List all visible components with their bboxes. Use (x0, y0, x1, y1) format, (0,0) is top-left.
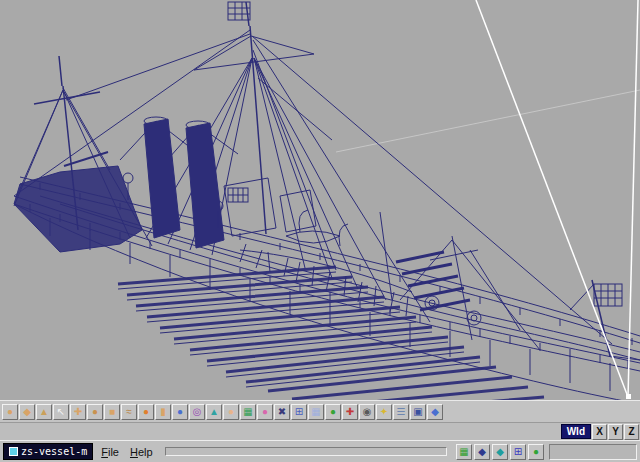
layers-icon: ☰ (397, 407, 406, 417)
clay-tool-icon: ● (7, 407, 13, 417)
orange-sphere-icon: ● (143, 407, 149, 417)
pointer-icon: ↖ (57, 407, 65, 417)
green-table-icon: ▦ (243, 407, 252, 417)
tray-sphere-button[interactable]: ● (528, 444, 544, 460)
stamp-tool-icon: ■ (109, 407, 115, 417)
navy-panel-button[interactable]: ▣ (410, 404, 426, 420)
tray-mesh-icon: ⊞ (514, 447, 522, 457)
sculpt-tool-button[interactable]: ▲ (36, 404, 52, 420)
toolbar-icon-strip: ●◆▲↖✚●■≈●▮●◎▲●▦●✖⊞▦●✚◉✦☰▣◆ (2, 404, 443, 420)
teal-cone-icon: ▲ (209, 407, 219, 417)
info-icon: ◆ (431, 407, 439, 417)
light-button[interactable]: ✦ (376, 404, 392, 420)
tray-gem-button[interactable]: ◆ (474, 444, 490, 460)
axis-status-row: Wld X Y Z (0, 422, 640, 440)
grid-horizon-line (336, 90, 640, 152)
status-panel (549, 444, 637, 460)
vessel-model (14, 2, 640, 400)
taskbar-spacer (165, 447, 447, 456)
tray-grid-icon: ▦ (459, 447, 468, 457)
tray-grid-button[interactable]: ▦ (456, 444, 472, 460)
purple-torus-icon: ◎ (193, 407, 202, 417)
ship-wireframe (0, 0, 640, 400)
pink-blob-button[interactable]: ● (257, 404, 273, 420)
sculpt-tool-icon: ▲ (39, 407, 49, 417)
blue-sphere-button[interactable]: ● (172, 404, 188, 420)
blue-sphere-icon: ● (177, 407, 183, 417)
tray-sphere-icon: ● (533, 447, 539, 457)
green-table-button[interactable]: ▦ (240, 404, 256, 420)
red-axes-button[interactable]: ✚ (342, 404, 358, 420)
blue-mesh-icon: ⊞ (295, 407, 303, 417)
peach-blob-icon: ● (228, 407, 234, 417)
tray-teal-icon: ◆ (496, 447, 504, 457)
peach-blob-button[interactable]: ● (223, 404, 239, 420)
tan-cylinder-button[interactable]: ▮ (155, 404, 171, 420)
tray-mesh-button[interactable]: ⊞ (510, 444, 526, 460)
axis-z-button[interactable]: Z (624, 424, 639, 440)
dark-tools-button[interactable]: ✖ (274, 404, 290, 420)
green-sphere-button[interactable]: ● (325, 404, 341, 420)
window-title-button[interactable]: zs-vessel-m (3, 443, 93, 460)
stamp-tool-button[interactable]: ■ (104, 404, 120, 420)
mold-tool-button[interactable]: ◆ (19, 404, 35, 420)
pink-blob-icon: ● (262, 407, 268, 417)
window-title-label: zs-vessel-m (21, 446, 87, 457)
tray-icons: ▦◆◆⊞● (456, 444, 544, 460)
pointer-button[interactable]: ↖ (53, 404, 69, 420)
red-axes-icon: ✚ (346, 407, 354, 417)
camera-icon: ◉ (363, 407, 372, 417)
curve-tool-button[interactable]: ≈ (121, 404, 137, 420)
orange-sphere-button[interactable]: ● (138, 404, 154, 420)
dark-tools-icon: ✖ (278, 407, 286, 417)
smooth-tool-button[interactable]: ● (87, 404, 103, 420)
main-toolbar: ●◆▲↖✚●■≈●▮●◎▲●▦●✖⊞▦●✚◉✦☰▣◆ (0, 400, 640, 422)
tray-teal-button[interactable]: ◆ (492, 444, 508, 460)
blue-mesh-button[interactable]: ⊞ (291, 404, 307, 420)
clay-tool-button[interactable]: ● (2, 404, 18, 420)
cut-tool-icon: ✚ (74, 407, 82, 417)
cut-tool-button[interactable]: ✚ (70, 404, 86, 420)
window-icon (9, 447, 18, 456)
tray-gem-icon: ◆ (478, 447, 486, 457)
lattice-grid-button[interactable]: ▦ (308, 404, 324, 420)
layers-button[interactable]: ☰ (393, 404, 409, 420)
3d-viewport[interactable] (0, 0, 640, 400)
teal-cone-button[interactable]: ▲ (206, 404, 222, 420)
smooth-tool-icon: ● (92, 407, 98, 417)
light-icon: ✦ (380, 407, 388, 417)
menu-help[interactable]: Help (127, 446, 156, 458)
world-coords-button[interactable]: Wld (561, 424, 591, 439)
mold-tool-icon: ◆ (23, 407, 31, 417)
curve-tool-icon: ≈ (126, 407, 132, 417)
tan-cylinder-icon: ▮ (160, 407, 166, 417)
info-button[interactable]: ◆ (427, 404, 443, 420)
menu-file[interactable]: File (98, 446, 122, 458)
selection-endpoint-marker (626, 394, 631, 399)
purple-torus-button[interactable]: ◎ (189, 404, 205, 420)
lattice-grid-icon: ▦ (311, 407, 320, 417)
axis-x-button[interactable]: X (592, 424, 607, 440)
camera-button[interactable]: ◉ (359, 404, 375, 420)
axis-y-button[interactable]: Y (608, 424, 623, 440)
green-sphere-icon: ● (330, 407, 336, 417)
taskbar: zs-vessel-m File Help ▦◆◆⊞● (0, 440, 640, 462)
navy-panel-icon: ▣ (413, 407, 422, 417)
